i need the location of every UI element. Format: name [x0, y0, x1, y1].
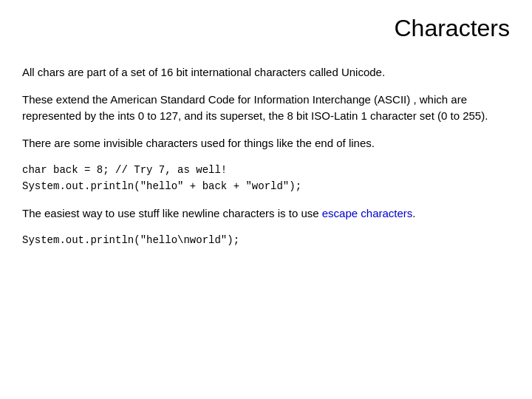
code-block-1: char back = 8; // Try 7, as well! System…: [22, 162, 510, 195]
paragraph-ascii: These extend the American Standard Code …: [22, 92, 510, 125]
paragraph-unicode: All chars are part of a set of 16 bit in…: [22, 64, 510, 81]
paragraph-escape: The easiest way to use stuff like newlin…: [22, 205, 510, 222]
code-block-2: System.out.println("hello\nworld");: [22, 232, 510, 248]
paragraph-invisible: There are some invisible characters used…: [22, 135, 510, 152]
paragraph-escape-start: The easiest way to use stuff like newlin…: [22, 207, 322, 219]
code-line-1: char back = 8; // Try 7, as well!: [22, 162, 510, 178]
page-container: Characters All chars are part of a set o…: [0, 0, 532, 399]
escape-characters-link[interactable]: escape characters: [322, 207, 413, 219]
page-title: Characters: [22, 15, 510, 42]
paragraph-escape-end: .: [412, 207, 415, 219]
code-line-2: System.out.println("hello" + back + "wor…: [22, 178, 510, 194]
code-line-3: System.out.println("hello\nworld");: [22, 232, 510, 248]
main-content: All chars are part of a set of 16 bit in…: [22, 64, 510, 249]
